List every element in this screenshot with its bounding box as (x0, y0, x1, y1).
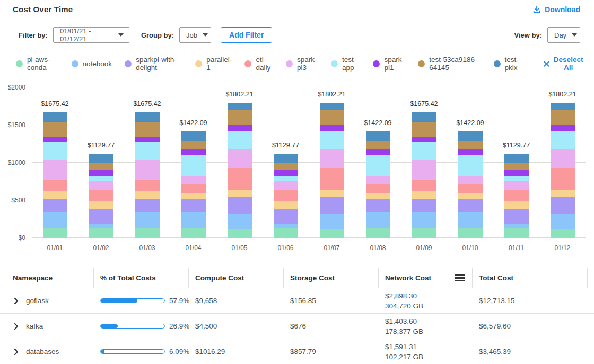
bar-segment-test-53ca9186-64145[interactable] (551, 110, 575, 125)
legend-item-etl-daily[interactable]: etl-daily (244, 56, 273, 72)
bar-segment-etl-daily[interactable] (458, 184, 483, 193)
bar-segment-test-53ca9186-64145[interactable] (458, 141, 483, 149)
bar-segment-pi-aws-conda[interactable] (366, 228, 390, 238)
bar-segment-spark-pi1[interactable] (412, 137, 436, 142)
bar-segment-spark-pi3[interactable] (274, 181, 298, 190)
bar-segment-parallel-1[interactable] (551, 190, 575, 197)
bar-segment-etl-daily[interactable] (504, 190, 529, 201)
bar-segment-spark-pi3[interactable] (412, 160, 436, 180)
bar-segment-test-app[interactable] (366, 155, 390, 176)
bar-segment-notebook[interactable] (551, 214, 575, 228)
bar-segment-parallel-1[interactable] (228, 190, 252, 197)
bar-segment-etl-daily[interactable] (366, 184, 390, 193)
bar-segment-parallel-1[interactable] (135, 191, 160, 199)
bar-segment-test-pkix[interactable] (366, 131, 390, 141)
bar-segment-test-app[interactable] (412, 142, 436, 160)
bar-segment-sparkpi-with-delight[interactable] (412, 199, 436, 212)
bar-segment-notebook[interactable] (135, 212, 160, 228)
group-by-select[interactable]: Job (179, 27, 211, 43)
bar-segment-pi-aws-conda[interactable] (89, 228, 113, 238)
bar-segment-pi-aws-conda[interactable] (228, 229, 252, 238)
bar-segment-sparkpi-with-delight[interactable] (458, 199, 483, 212)
bar-segment-parallel-1[interactable] (181, 193, 206, 199)
bar-segment-etl-daily[interactable] (274, 190, 298, 201)
bar-segment-parallel-1[interactable] (412, 191, 436, 199)
legend-item-sparkpi-with-delight[interactable]: sparkpi-with-delight (125, 56, 182, 72)
bar-segment-test-pkix[interactable] (320, 103, 344, 110)
bar-segment-spark-pi1[interactable] (181, 149, 206, 155)
bar-segment-etl-daily[interactable] (181, 184, 206, 193)
bar-segment-etl-daily[interactable] (89, 190, 113, 201)
expand-row-icon[interactable] (14, 348, 19, 356)
bar-segment-test-53ca9186-64145[interactable] (43, 122, 67, 137)
bar-segment-parallel-1[interactable] (458, 193, 483, 199)
bar-segment-spark-pi3[interactable] (458, 176, 483, 184)
bar-segment-pi-aws-conda[interactable] (274, 228, 298, 238)
bar-segment-spark-pi3[interactable] (135, 160, 160, 180)
expand-row-icon[interactable] (14, 297, 19, 305)
legend-item-test-53ca9186-64145[interactable]: test-53ca9186-64145 (418, 56, 481, 72)
view-by-select[interactable]: Day (547, 27, 580, 43)
bar-segment-spark-pi1[interactable] (504, 170, 529, 176)
bar-segment-test-app[interactable] (43, 142, 67, 160)
bar-segment-pi-aws-conda[interactable] (320, 229, 344, 238)
bar-segment-parallel-1[interactable] (274, 201, 298, 209)
bar-segment-notebook[interactable] (228, 214, 252, 228)
bar-segment-test-pkix[interactable] (274, 154, 298, 163)
bar-segment-spark-pi3[interactable] (551, 149, 575, 168)
bar-segment-test-53ca9186-64145[interactable] (228, 110, 252, 125)
bar-segment-sparkpi-with-delight[interactable] (504, 209, 529, 224)
bar-segment-test-pkix[interactable] (504, 154, 529, 163)
legend-item-spark-pi1[interactable]: spark-pi1 (373, 56, 405, 72)
legend-item-notebook[interactable]: notebook (72, 60, 112, 68)
bar-segment-notebook[interactable] (320, 214, 344, 228)
bar-segment-parallel-1[interactable] (504, 201, 529, 209)
bar-segment-parallel-1[interactable] (89, 201, 113, 209)
bar-segment-etl-daily[interactable] (228, 168, 252, 190)
bar-segment-test-app[interactable] (504, 176, 529, 181)
bar-segment-sparkpi-with-delight[interactable] (320, 197, 344, 214)
bar-segment-pi-aws-conda[interactable] (135, 228, 160, 238)
bar-segment-test-pkix[interactable] (228, 103, 252, 110)
bar-segment-spark-pi3[interactable] (504, 181, 529, 190)
bar-segment-test-pkix[interactable] (412, 112, 436, 122)
bar-segment-pi-aws-conda[interactable] (181, 228, 206, 238)
bar-segment-test-53ca9186-64145[interactable] (181, 141, 206, 149)
bar-segment-pi-aws-conda[interactable] (43, 228, 67, 238)
bar-segment-notebook[interactable] (89, 224, 113, 228)
bar-segment-notebook[interactable] (274, 224, 298, 228)
bar-segment-spark-pi1[interactable] (320, 125, 344, 131)
bar-segment-parallel-1[interactable] (43, 191, 67, 199)
bar-segment-notebook[interactable] (366, 212, 390, 228)
bar-segment-sparkpi-with-delight[interactable] (274, 209, 298, 224)
bar-segment-notebook[interactable] (181, 212, 206, 228)
bar-segment-spark-pi1[interactable] (228, 125, 252, 131)
bar-segment-test-pkix[interactable] (458, 131, 483, 141)
add-filter-button[interactable]: Add Filter (221, 27, 272, 43)
bar-segment-pi-aws-conda[interactable] (458, 228, 483, 238)
bar-segment-spark-pi3[interactable] (181, 176, 206, 184)
bar-segment-spark-pi1[interactable] (458, 149, 483, 155)
bar-segment-test-app[interactable] (181, 155, 206, 176)
bar-segment-test-app[interactable] (89, 176, 113, 181)
bar-segment-spark-pi3[interactable] (366, 176, 390, 184)
legend-item-test-pkix[interactable]: test-pkix (494, 56, 524, 72)
bar-segment-notebook[interactable] (504, 224, 529, 228)
bar-segment-test-53ca9186-64145[interactable] (366, 141, 390, 149)
bar-segment-test-app[interactable] (320, 131, 344, 149)
bar-segment-etl-daily[interactable] (43, 180, 67, 191)
bar-segment-sparkpi-with-delight[interactable] (366, 199, 390, 212)
bar-segment-spark-pi3[interactable] (89, 181, 113, 190)
bar-segment-sparkpi-with-delight[interactable] (551, 197, 575, 214)
download-button[interactable]: Download (532, 5, 580, 14)
bar-segment-test-53ca9186-64145[interactable] (412, 122, 436, 137)
bar-segment-etl-daily[interactable] (551, 168, 575, 190)
bar-segment-spark-pi3[interactable] (228, 149, 252, 168)
bar-segment-notebook[interactable] (412, 212, 436, 228)
bar-segment-spark-pi1[interactable] (43, 137, 67, 142)
bar-segment-test-pkix[interactable] (551, 103, 575, 110)
bar-segment-sparkpi-with-delight[interactable] (43, 199, 67, 212)
bar-segment-test-pkix[interactable] (181, 131, 206, 141)
bar-segment-test-53ca9186-64145[interactable] (504, 163, 529, 170)
bar-segment-pi-aws-conda[interactable] (412, 228, 436, 238)
